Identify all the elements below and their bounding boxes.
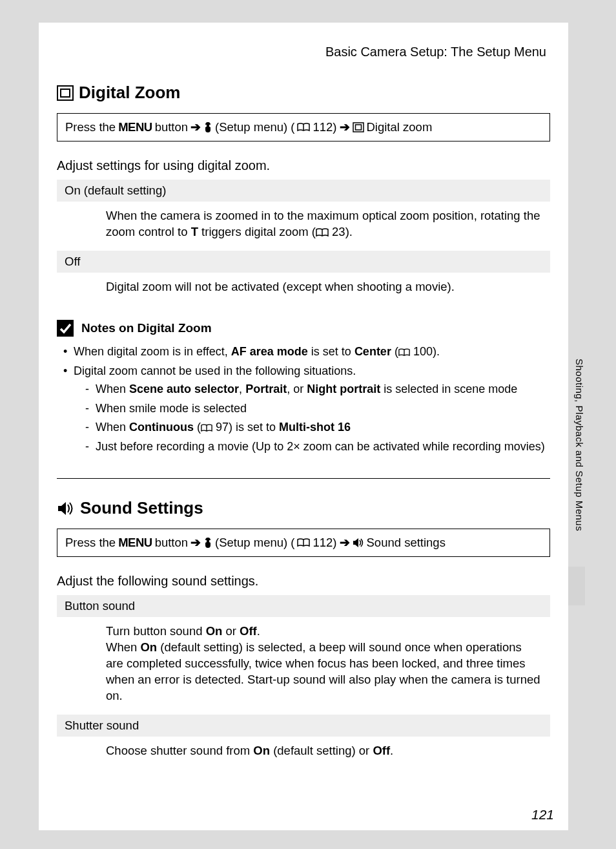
digital-zoom-icon — [57, 85, 74, 101]
manual-page: Basic Camera Setup: The Setup Menu Digit… — [39, 23, 568, 830]
digital-zoom-icon — [353, 122, 364, 132]
svg-rect-3 — [355, 125, 361, 130]
speaker-icon — [57, 500, 75, 517]
intro-text: Adjust settings for using digital zoom. — [57, 158, 550, 173]
menu-button-label: MENU — [118, 536, 152, 550]
option-shutter-sound: Shutter sound — [57, 715, 550, 737]
svg-rect-1 — [61, 89, 70, 97]
option-shutter-sound-description: Choose shutter sound from On (default se… — [57, 737, 550, 768]
section-title-sound-settings: Sound Settings — [57, 498, 550, 518]
sidebar-section-label: Shooting, Playback and Setup Menus — [574, 359, 585, 531]
section-divider — [57, 478, 550, 479]
check-icon — [57, 320, 74, 337]
section-title-text: Digital Zoom — [79, 83, 180, 103]
navigation-path-sound-settings: Press the MENU button ➔ (Setup menu) ( 1… — [57, 529, 550, 557]
sub-item: - Just before recording a movie (Up to 2… — [85, 438, 550, 456]
option-button-sound-description: Turn button sound On or Off. When On (de… — [57, 617, 550, 713]
arrow-icon: ➔ — [190, 536, 201, 550]
sub-item: - When Continuous ( 97) is set to Multi-… — [85, 419, 550, 437]
arrow-icon: ➔ — [340, 536, 350, 550]
notes-header: Notes on Digital Zoom — [57, 320, 550, 337]
section-title-text: Sound Settings — [80, 498, 203, 518]
svg-rect-0 — [57, 86, 73, 100]
option-on: On (default setting) — [57, 180, 550, 202]
book-icon — [297, 538, 310, 547]
option-button-sound: Button sound — [57, 595, 550, 617]
arrow-icon: ➔ — [190, 120, 201, 134]
book-icon — [398, 348, 410, 357]
intro-text: Adjust the following sound settings. — [57, 574, 550, 589]
wrench-icon — [203, 537, 212, 549]
wrench-icon — [203, 121, 212, 133]
svg-rect-2 — [353, 123, 364, 132]
speaker-icon — [353, 538, 364, 548]
book-icon — [297, 123, 310, 132]
page-number: 121 — [531, 807, 554, 823]
sub-item: - When smile mode is selected — [85, 400, 550, 418]
option-off-description: Digital zoom will not be activated (exce… — [57, 273, 550, 304]
arrow-icon: ➔ — [340, 120, 350, 134]
note-item: Digital zoom cannot be used in the follo… — [66, 362, 550, 456]
notes-list: When digital zoom is in effect, AF area … — [57, 343, 550, 456]
option-off: Off — [57, 251, 550, 273]
option-on-description: When the camera is zoomed in to the maxi… — [57, 202, 550, 249]
book-icon — [201, 424, 212, 432]
book-icon — [316, 228, 329, 237]
chapter-header: Basic Camera Setup: The Setup Menu — [57, 45, 550, 59]
navigation-path-digital-zoom: Press the MENU button ➔ (Setup menu) ( 1… — [57, 113, 550, 142]
sub-list: - When Scene auto selector, Portrait, or… — [74, 381, 550, 457]
menu-button-label: MENU — [118, 120, 152, 134]
thumb-tab — [568, 567, 585, 605]
note-item: When digital zoom is in effect, AF area … — [66, 343, 550, 361]
section-title-digital-zoom: Digital Zoom — [57, 83, 550, 103]
sub-item: - When Scene auto selector, Portrait, or… — [85, 381, 550, 399]
